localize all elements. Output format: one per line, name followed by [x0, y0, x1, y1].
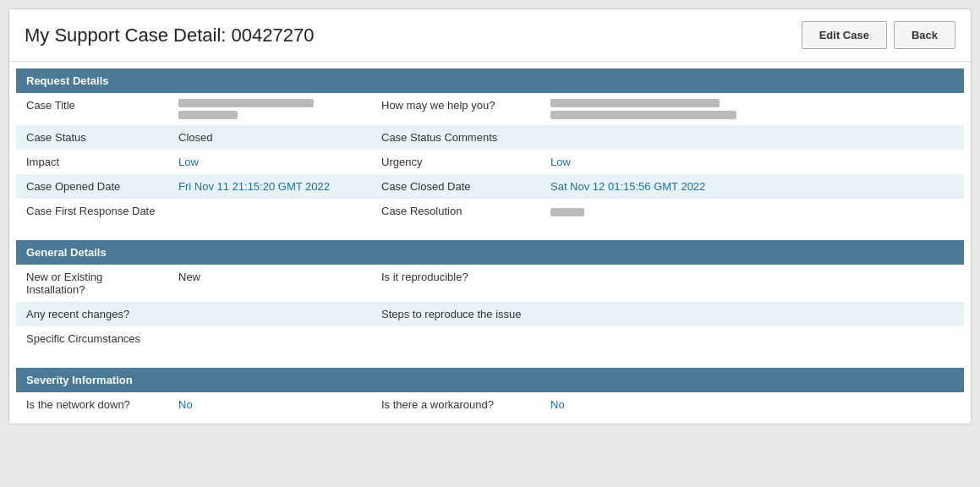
table-row: Specific Circumstances: [16, 326, 964, 351]
case-closed-value: Sat Nov 12 01:15:56 GMT 2022: [540, 174, 964, 199]
general-details-table: New or Existing Installation? New Is it …: [16, 265, 964, 351]
severity-information-table: Is the network down? No Is there a worka…: [16, 392, 964, 417]
first-response-value: [168, 199, 371, 223]
blurred-how-help: [550, 99, 954, 119]
table-row: Any recent changes? Steps to reproduce t…: [16, 302, 964, 326]
request-details-section: Request Details Case Title How may we he…: [16, 68, 964, 223]
workaround-value: No: [540, 392, 964, 417]
network-down-label: Is the network down?: [16, 392, 168, 417]
steps-reproduce-value: [540, 302, 964, 326]
sections-wrapper: Request Details Case Title How may we he…: [9, 62, 971, 424]
general-details-section: General Details New or Existing Installa…: [16, 240, 964, 351]
specific-circumstances-value: [168, 326, 371, 351]
new-existing-value: New: [168, 265, 371, 302]
how-help-value: [540, 93, 964, 125]
table-row: Case Title How may we help you?: [16, 93, 964, 125]
request-details-table: Case Title How may we help you?: [16, 93, 964, 223]
table-row: New or Existing Installation? New Is it …: [16, 265, 964, 302]
general-details-header: General Details: [16, 240, 964, 265]
case-title-value: [168, 93, 371, 125]
case-resolution-value: [540, 199, 964, 223]
empty-label: [371, 326, 540, 351]
severity-information-header: Severity Information: [16, 368, 964, 392]
blur-line2: [178, 111, 238, 119]
blur-line3: [550, 99, 720, 107]
request-details-header: Request Details: [16, 68, 964, 93]
blur-resolution: [550, 208, 584, 216]
first-response-label: Case First Response Date: [16, 199, 168, 223]
empty-value: [540, 326, 964, 351]
case-resolution-label: Case Resolution: [371, 199, 540, 223]
table-row: Case First Response Date Case Resolution: [16, 199, 964, 223]
reproducible-value: [540, 265, 964, 302]
table-row: Case Opened Date Fri Nov 11 21:15:20 GMT…: [16, 174, 964, 199]
edit-case-button[interactable]: Edit Case: [802, 21, 887, 49]
case-opened-value: Fri Nov 11 21:15:20 GMT 2022: [168, 174, 371, 199]
network-down-value: No: [168, 392, 371, 417]
blur-line1: [178, 99, 314, 107]
table-row: Case Status Closed Case Status Comments: [16, 125, 964, 150]
new-existing-label: New or Existing Installation?: [16, 265, 168, 302]
urgency-label: Urgency: [371, 150, 540, 174]
page-container: My Support Case Detail: 00427270 Edit Ca…: [8, 8, 972, 424]
how-help-label: How may we help you?: [371, 93, 540, 125]
case-status-comments-label: Case Status Comments: [371, 125, 540, 150]
urgency-value: Low: [540, 150, 964, 174]
blur-line4: [550, 111, 736, 119]
case-closed-label: Case Closed Date: [371, 174, 540, 199]
impact-label: Impact: [16, 150, 168, 174]
case-status-comments-value: [540, 125, 964, 150]
impact-value: Low: [168, 150, 371, 174]
workaround-label: Is there a workaround?: [371, 392, 540, 417]
steps-reproduce-label: Steps to reproduce the issue: [371, 302, 540, 326]
back-button[interactable]: Back: [894, 21, 955, 49]
table-row: Impact Low Urgency Low: [16, 150, 964, 174]
table-row: Is the network down? No Is there a worka…: [16, 392, 964, 417]
reproducible-label: Is it reproducible?: [371, 265, 540, 302]
header-buttons: Edit Case Back: [802, 21, 955, 49]
case-status-value: Closed: [168, 125, 371, 150]
case-opened-label: Case Opened Date: [16, 174, 168, 199]
recent-changes-label: Any recent changes?: [16, 302, 168, 326]
case-title-label: Case Title: [16, 93, 168, 125]
case-status-label: Case Status: [16, 125, 168, 150]
page-header: My Support Case Detail: 00427270 Edit Ca…: [9, 9, 971, 62]
page-title: My Support Case Detail: 00427270: [25, 25, 314, 47]
blurred-case-title: [178, 99, 361, 119]
specific-circumstances-label: Specific Circumstances: [16, 326, 168, 351]
severity-information-section: Severity Information Is the network down…: [16, 368, 964, 417]
recent-changes-value: [168, 302, 371, 326]
